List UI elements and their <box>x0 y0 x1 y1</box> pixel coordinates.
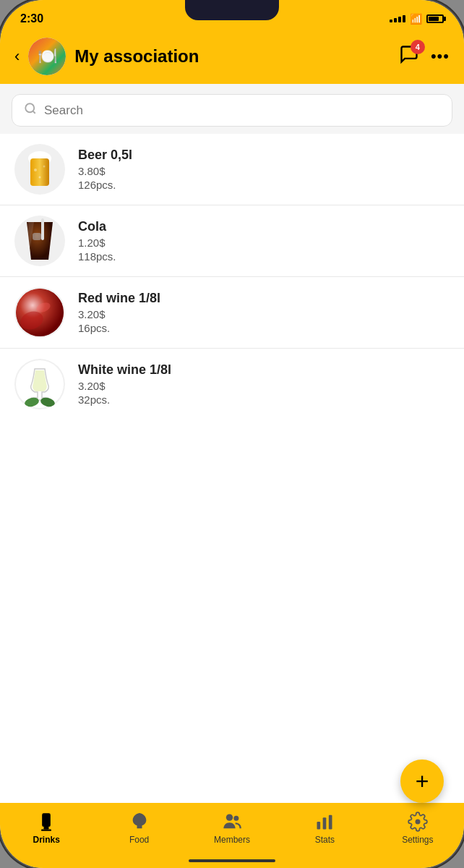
nav-label-stats: Stats <box>315 835 335 845</box>
phone-frame: 2:30 📶 ‹ 🍽️ My association <box>0 0 464 868</box>
item-pcs: 16pcs. <box>78 322 450 334</box>
svg-rect-18 <box>44 827 49 830</box>
list-item[interactable]: Red wine 1/8l 3.20$ 16pcs. <box>0 277 464 349</box>
svg-point-11 <box>16 289 64 336</box>
add-item-fab[interactable]: + <box>400 760 444 803</box>
header: ‹ 🍽️ My association 4 ••• <box>0 32 464 84</box>
item-name: Red wine 1/8l <box>78 291 450 306</box>
signal-icon <box>390 15 405 22</box>
svg-point-5 <box>39 176 41 179</box>
item-name: White wine 1/8l <box>78 362 450 378</box>
battery-icon <box>426 14 444 23</box>
search-container <box>0 84 464 134</box>
item-pcs: 32pcs. <box>78 393 450 406</box>
nav-label-food: Food <box>129 835 149 845</box>
svg-rect-20 <box>138 813 139 817</box>
members-icon <box>222 812 242 832</box>
svg-point-26 <box>415 820 420 825</box>
svg-rect-17 <box>42 813 51 827</box>
item-pcs: 126pcs. <box>78 179 450 191</box>
wifi-icon: 📶 <box>410 13 422 25</box>
page-title: My association <box>74 46 390 67</box>
svg-rect-10 <box>33 233 41 240</box>
home-indicator <box>189 859 275 862</box>
drinks-icon <box>36 812 56 832</box>
notification-badge: 4 <box>411 40 425 54</box>
nav-item-food[interactable]: Food <box>93 812 185 845</box>
item-name: Beer 0,5l <box>78 148 450 163</box>
svg-rect-24 <box>323 817 327 829</box>
svg-point-21 <box>226 814 233 821</box>
nav-label-settings: Settings <box>402 835 433 845</box>
item-name: Cola <box>78 219 450 234</box>
item-thumbnail-whitewine <box>14 359 65 409</box>
item-price: 3.80$ <box>78 165 450 177</box>
header-actions: 4 ••• <box>399 44 450 69</box>
bottom-navigation: Drinks Food Members <box>0 803 464 868</box>
svg-line-1 <box>33 111 35 113</box>
nav-label-drinks: Drinks <box>33 835 60 845</box>
back-button[interactable]: ‹ <box>14 47 20 66</box>
nav-label-members: Members <box>214 835 250 845</box>
item-pcs: 118pcs. <box>78 250 450 263</box>
items-list: Beer 0,5l 3.80$ 126pcs. <box>0 134 464 803</box>
item-price: 1.20$ <box>78 237 450 249</box>
chat-button[interactable]: 4 <box>399 44 419 69</box>
svg-rect-25 <box>329 815 332 830</box>
list-item[interactable]: Beer 0,5l 3.80$ 126pcs. <box>0 134 464 205</box>
svg-rect-19 <box>41 830 51 831</box>
svg-rect-3 <box>30 158 49 186</box>
list-item[interactable]: White wine 1/8l 3.20$ 32pcs. <box>0 349 464 420</box>
item-price: 3.20$ <box>78 308 450 320</box>
stats-icon <box>314 812 335 832</box>
phone-screen: 2:30 📶 ‹ 🍽️ My association <box>0 0 464 868</box>
notch <box>185 0 279 20</box>
item-price: 3.20$ <box>78 380 450 392</box>
item-thumbnail-cola <box>14 216 65 266</box>
nav-item-drinks[interactable]: Drinks <box>0 812 93 845</box>
settings-icon <box>408 812 428 832</box>
item-info-redwine: Red wine 1/8l 3.20$ 16pcs. <box>78 291 450 334</box>
search-icon <box>24 102 37 119</box>
nav-item-stats[interactable]: Stats <box>278 812 371 845</box>
status-time: 2:30 <box>20 12 43 25</box>
avatar[interactable]: 🍽️ <box>28 38 66 75</box>
search-box[interactable] <box>12 94 452 127</box>
nav-item-members[interactable]: Members <box>186 812 278 845</box>
svg-point-4 <box>34 169 37 171</box>
svg-point-6 <box>43 166 46 168</box>
svg-rect-8 <box>41 218 44 240</box>
svg-rect-23 <box>317 822 321 830</box>
item-info-cola: Cola 1.20$ 118pcs. <box>78 219 450 263</box>
item-info-beer: Beer 0,5l 3.80$ 126pcs. <box>78 148 450 191</box>
item-thumbnail-beer <box>14 144 65 195</box>
nav-item-settings[interactable]: Settings <box>371 812 464 845</box>
svg-point-22 <box>233 816 239 821</box>
item-info-whitewine: White wine 1/8l 3.20$ 32pcs. <box>78 362 450 406</box>
search-input[interactable] <box>44 103 440 118</box>
content-area: Beer 0,5l 3.80$ 126pcs. <box>0 84 464 803</box>
item-thumbnail-redwine <box>14 287 65 338</box>
list-item[interactable]: Cola 1.20$ 118pcs. <box>0 205 464 277</box>
food-icon <box>129 812 150 832</box>
status-icons: 📶 <box>390 13 444 25</box>
svg-point-0 <box>25 103 34 112</box>
more-button[interactable]: ••• <box>431 47 450 66</box>
avatar-image: 🍽️ <box>28 38 66 75</box>
